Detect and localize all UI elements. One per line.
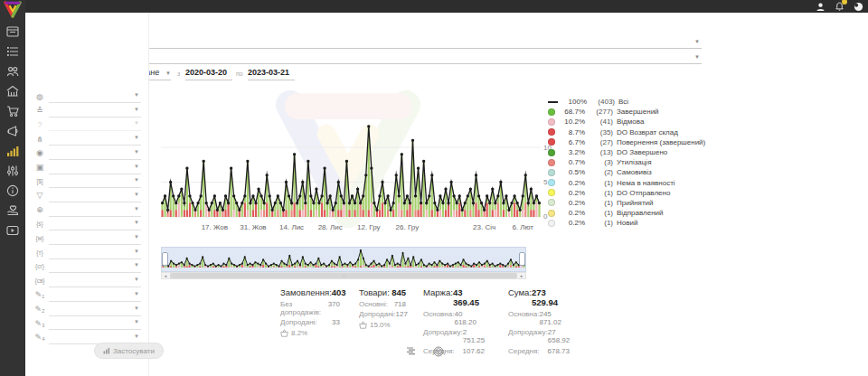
chevron-down-icon: ▼ — [134, 249, 139, 254]
filter-select[interactable] — [49, 317, 141, 330]
legend-item[interactable]: 0.2%(1)Прийнятий — [548, 198, 720, 208]
legend-label: Відправлений — [617, 209, 664, 217]
legend-item[interactable]: 6.7%(27)Повернення (завершений) — [548, 137, 720, 147]
filter-select[interactable] — [49, 147, 141, 160]
stat-sub-label: Допродажу: — [508, 328, 548, 344]
y-axis-tick-0: 0 — [543, 212, 547, 221]
stat-sub-value: 370 — [328, 300, 340, 316]
custom-field-1-icon: ✎₁ — [33, 289, 47, 301]
filter-select[interactable] — [49, 260, 141, 273]
legend-item[interactable]: 3.2%(13)DO Завершено — [548, 147, 720, 157]
legend-count: (1) — [588, 189, 613, 197]
filter-select[interactable] — [49, 133, 141, 146]
x-axis-tick: 31. Жов — [240, 223, 266, 231]
chevron-down-icon: ▼ — [134, 177, 139, 183]
sidebar-item-support[interactable] — [0, 201, 25, 221]
legend-item[interactable]: 8.7%(35)DO Возврат склад — [548, 127, 720, 137]
legend-count: (403) — [590, 98, 615, 106]
chevron-down-icon: ▼ — [134, 334, 139, 339]
x-axis-tick: 17. Жов — [202, 223, 228, 231]
x-axis-tick: 6. Лют — [512, 223, 533, 231]
chevron-down-icon: ▼ — [134, 192, 139, 197]
filter-row-token-c1: {сг}▼ — [25, 260, 148, 274]
view-toggle-buttons — [406, 345, 444, 357]
notifications-bell-icon[interactable] — [834, 1, 844, 12]
custom-field-2-icon: ✎₂ — [33, 304, 47, 315]
stat-sub-label: Основна: — [508, 310, 539, 326]
user-icon[interactable] — [815, 1, 826, 12]
filter-select[interactable] — [49, 190, 141, 202]
navigator-left-handle[interactable] — [162, 252, 168, 266]
chevron-down-icon: ▼ — [134, 92, 139, 98]
scroll-right-arrow[interactable]: ▸ — [518, 273, 525, 278]
filter-row-funnel: ▽▼ — [25, 190, 148, 203]
sidebar-item-procurement[interactable] — [0, 101, 25, 121]
filter-select[interactable] — [49, 232, 141, 245]
chart-navigator[interactable] — [161, 247, 526, 272]
stat-title: Маржа: — [423, 287, 453, 307]
filter-select[interactable] — [49, 204, 141, 217]
sidebar-item-statistics[interactable] — [0, 141, 25, 161]
status-icon: ◍ — [33, 90, 47, 102]
navigator-scrollbar[interactable]: ◂ ∷ ▸ — [161, 272, 526, 279]
details-view-icon[interactable] — [406, 345, 418, 357]
chevron-down-icon: ▼ — [694, 39, 700, 44]
scroll-left-arrow[interactable]: ◂ — [162, 273, 169, 278]
legend-percent: 10.2% — [559, 118, 585, 126]
legend-item[interactable]: 10.2%(41)Відмова — [548, 117, 720, 127]
legend-percent: 68.7% — [559, 108, 585, 116]
legend-item[interactable]: 100%(403)Всі — [548, 97, 720, 107]
token-c2-icon: {св} — [33, 275, 47, 287]
legend-item[interactable]: 0.7%(3)Утилізація — [548, 157, 720, 167]
y-axis-tick-5: 5 — [543, 178, 547, 186]
sidebar-item-clients[interactable] — [0, 61, 25, 81]
legend-dot-swatch — [548, 159, 555, 166]
filter-select[interactable] — [49, 275, 141, 287]
app-logo[interactable] — [3, 1, 23, 19]
date-from-input[interactable]: 2020-03-20 — [185, 68, 232, 80]
filter-row-help: ?▼ — [25, 118, 148, 132]
filter-select[interactable] — [49, 175, 141, 188]
legend-item[interactable]: 0.2%(1)Нема в наявності — [548, 178, 720, 188]
stat-sub-label: Допродані: — [280, 318, 317, 326]
legend-percent: 0.7% — [559, 158, 585, 166]
filter-select[interactable] — [49, 90, 141, 103]
filter-select[interactable] — [49, 218, 141, 230]
filter-select[interactable] — [49, 247, 141, 259]
sidebar-item-orders[interactable] — [0, 42, 25, 61]
chevron-down-icon: ▼ — [134, 277, 139, 282]
filter-select[interactable] — [49, 304, 141, 316]
chevron-down-icon: ▼ — [694, 54, 700, 60]
products-view-icon[interactable] — [432, 345, 444, 357]
sidebar-item-warehouse[interactable] — [0, 81, 25, 101]
orders-chart[interactable] — [161, 90, 541, 221]
legend-item[interactable]: 0.2%(1)DO Отправлено — [548, 188, 720, 198]
sidebar-item-integrations[interactable] — [0, 161, 25, 181]
legend-item[interactable]: 0.5%(2)Самовивіз — [548, 167, 720, 177]
sidebar-item-tutorials[interactable] — [0, 221, 25, 240]
legend-item[interactable]: 0.2%(1)Новий — [548, 218, 720, 228]
legend-count: (27) — [588, 138, 613, 146]
filter-row-payment: [$]▼ — [25, 175, 148, 189]
filter-select[interactable] — [49, 105, 141, 118]
legend-percent: 8.7% — [559, 128, 585, 136]
legend-item[interactable]: 68.7%(277)Завершений — [548, 107, 720, 117]
filter-select[interactable] — [49, 118, 141, 131]
sidebar-item-dashboard[interactable] — [0, 22, 25, 42]
sidebar-item-info[interactable] — [0, 181, 25, 201]
filter-row-token-m: {м}▼ — [25, 232, 148, 246]
account-avatar-icon[interactable] — [853, 1, 863, 12]
date-to-input[interactable]: 2023-03-21 — [248, 68, 295, 80]
stat-sub-value: 33 — [332, 318, 340, 326]
filter-select[interactable] — [49, 162, 141, 174]
legend-count: (35) — [588, 128, 613, 136]
sidebar-item-marketing[interactable] — [0, 121, 25, 141]
apply-button[interactable]: Застосувати — [94, 343, 164, 359]
navigator-right-handle[interactable] — [519, 252, 525, 266]
custom-field-4-icon: ✎₄ — [33, 332, 47, 343]
legend-label: Утилізація — [617, 158, 651, 166]
legend-item[interactable]: 0.2%(1)Відправлений — [548, 208, 720, 218]
scrollbar-thumb[interactable]: ∷ — [170, 273, 517, 278]
legend-dot-swatch — [548, 179, 555, 186]
filter-select[interactable] — [49, 289, 141, 302]
